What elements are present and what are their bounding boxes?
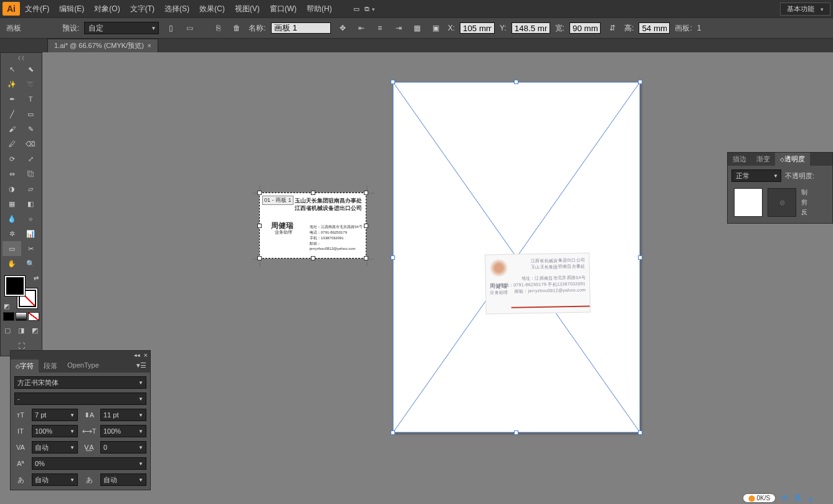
aki-dropdown[interactable]: 自动▼ [100, 473, 146, 486]
blend-tool[interactable]: ⟐ [21, 211, 40, 226]
perspective-tool[interactable]: ▱ [21, 181, 40, 196]
shape-builder-tool[interactable]: ◑ [2, 181, 21, 196]
color-swatches[interactable]: ⇄ ◩ [4, 275, 39, 310]
hand-tool[interactable]: ✋ [2, 256, 21, 271]
w-input[interactable] [569, 22, 601, 34]
object-thumbnail[interactable] [734, 188, 763, 217]
menu-help[interactable]: 帮助(H) [302, 1, 337, 17]
align-right-icon[interactable]: ⇥ [392, 21, 406, 35]
grid-icon[interactable]: ▦ [411, 21, 424, 35]
orientation-landscape-icon[interactable]: ▭ [183, 21, 196, 35]
doc-layout-icon[interactable]: ▭ [350, 2, 363, 16]
ime-toggle-icon[interactable]: ▲ [807, 495, 814, 502]
rectangle-tool[interactable]: ▭ [21, 107, 40, 121]
close-tab-icon[interactable]: × [148, 42, 151, 49]
blend-mode-dropdown[interactable]: 正常▼ [731, 169, 781, 182]
pencil-tool[interactable]: ✎ [21, 121, 40, 136]
panel-close-icon[interactable]: × [144, 351, 148, 359]
menu-object[interactable]: 对象(O) [89, 1, 125, 17]
menu-effect[interactable]: 效果(C) [194, 1, 230, 17]
rotate-tool[interactable]: ⟳ [2, 151, 21, 166]
tab-transparency[interactable]: ◇透明度 [775, 153, 810, 166]
artboard-tool[interactable]: ▭ [2, 241, 21, 256]
ime-indicator-1[interactable]: 中 [781, 493, 788, 503]
lasso-tool[interactable]: ➰ [21, 77, 40, 92]
workspace-switcher[interactable]: 基本功能 [780, 2, 831, 16]
free-transform-tool[interactable]: ⿻ [21, 166, 40, 181]
baseline-dropdown[interactable]: 0%▼ [32, 457, 146, 470]
gradient-tool[interactable]: ◧ [21, 196, 40, 211]
zoom-tool[interactable]: 🔍 [21, 256, 40, 271]
direct-selection-tool[interactable]: ⬉ [21, 62, 40, 77]
arrange-icon[interactable]: ⧉ [363, 2, 377, 16]
selection-tool[interactable]: ↖ [2, 62, 21, 77]
hscale-dropdown[interactable]: 100%▼ [100, 425, 146, 437]
clip-checkbox[interactable]: 剪 [801, 198, 807, 207]
default-colors-icon[interactable]: ◩ [4, 303, 9, 310]
linked-image-placeholder[interactable]: 江西省机械设备进出口公司 玉山天长集团驻南昌办事处 周健瑞 业务助理 地址：江西… [393, 82, 640, 432]
eraser-tool[interactable]: ⌫ [21, 136, 40, 151]
fill-swatch[interactable] [5, 276, 25, 296]
swap-colors-icon[interactable]: ⇄ [34, 275, 39, 282]
tab-paragraph[interactable]: 段落 [39, 359, 62, 373]
mask-thumbnail[interactable]: ⊘ [768, 188, 796, 217]
panel-menu-icon[interactable]: ▾☰ [133, 359, 150, 373]
draw-inside-icon[interactable]: ◩ [29, 325, 40, 336]
kerning-dropdown[interactable]: 自动▼ [32, 441, 78, 454]
menu-select[interactable]: 选择(S) [159, 1, 194, 17]
align-center-icon[interactable]: ≡ [373, 21, 387, 35]
menu-view[interactable]: 视图(V) [230, 1, 265, 17]
link-wh-icon[interactable]: ⇵ [606, 21, 619, 35]
preset-dropdown[interactable]: 自定▼ [84, 22, 159, 34]
gradient-mode-icon[interactable] [16, 312, 27, 321]
tab-character[interactable]: ◇字符 [11, 359, 39, 373]
invert-checkbox[interactable]: 反 [801, 208, 807, 217]
artboard-1[interactable]: 01 - 画板 1 玉山天长集团驻南昌办事处 江西省机械设备进出口公司 周健瑞 … [259, 193, 366, 259]
graph-tool[interactable]: 📊 [21, 226, 40, 241]
toolbox-grip[interactable]: ❮❮ [1, 55, 42, 62]
tab-stroke[interactable]: 描边 [728, 153, 751, 166]
normal-draw-icon[interactable]: ▢ [2, 325, 13, 336]
symbol-sprayer-tool[interactable]: ✲ [2, 226, 21, 241]
delete-artboard-icon[interactable]: 🗑 [230, 21, 244, 35]
tsume-dropdown[interactable]: 自动▼ [32, 473, 78, 486]
pen-tool[interactable]: ✒ [2, 92, 21, 107]
y-input[interactable] [512, 22, 550, 34]
none-mode-icon[interactable] [28, 312, 39, 321]
menu-type[interactable]: 文字(T) [125, 1, 159, 17]
vscale-dropdown[interactable]: 100%▼ [32, 425, 78, 437]
magic-wand-tool[interactable]: ✨ [2, 77, 21, 92]
tab-opentype[interactable]: OpenType [62, 359, 104, 373]
font-size-dropdown[interactable]: 7 pt▼ [32, 409, 78, 421]
ime-indicator-2[interactable]: 英 [794, 493, 801, 503]
ref-point-icon[interactable]: ▣ [429, 21, 443, 35]
mesh-tool[interactable]: ▦ [2, 196, 21, 211]
paintbrush-tool[interactable]: 🖌 [2, 121, 21, 136]
menu-window[interactable]: 窗口(W) [265, 1, 302, 17]
type-tool[interactable]: T [21, 92, 40, 107]
artboard-name-input[interactable] [271, 22, 331, 34]
x-input[interactable] [460, 22, 495, 34]
orientation-portrait-icon[interactable]: ▯ [164, 21, 178, 35]
menu-file[interactable]: 文件(F) [20, 1, 54, 17]
width-tool[interactable]: ⇔ [2, 166, 21, 181]
menu-edit[interactable]: 编辑(E) [54, 1, 89, 17]
color-mode-icon[interactable] [3, 312, 14, 321]
panel-collapse-icon[interactable]: ◂◂ [134, 352, 140, 358]
font-style-dropdown[interactable]: -▼ [14, 392, 146, 405]
tracking-dropdown[interactable]: 0▼ [100, 441, 146, 454]
draw-behind-icon[interactable]: ◨ [16, 325, 27, 336]
line-tool[interactable]: ╱ [2, 107, 21, 121]
h-input[interactable] [639, 22, 670, 34]
scale-tool[interactable]: ⤢ [21, 151, 40, 166]
eyedropper-tool[interactable]: 💧 [2, 211, 21, 226]
move-art-icon[interactable]: ✥ [336, 21, 350, 35]
align-left-icon[interactable]: ⇤ [355, 21, 368, 35]
font-family-dropdown[interactable]: 方正书宋简体▼ [14, 376, 146, 389]
new-artboard-icon[interactable]: ⎘ [211, 21, 225, 35]
slice-tool[interactable]: ✂ [21, 241, 40, 256]
make-mask-button[interactable]: 制 [801, 188, 807, 197]
tab-gradient[interactable]: 渐变 [751, 153, 775, 166]
document-tab[interactable]: 1.ai* @ 66.67% (CMYK/预览) × [47, 39, 158, 52]
blob-brush-tool[interactable]: 🖊 [2, 136, 21, 151]
